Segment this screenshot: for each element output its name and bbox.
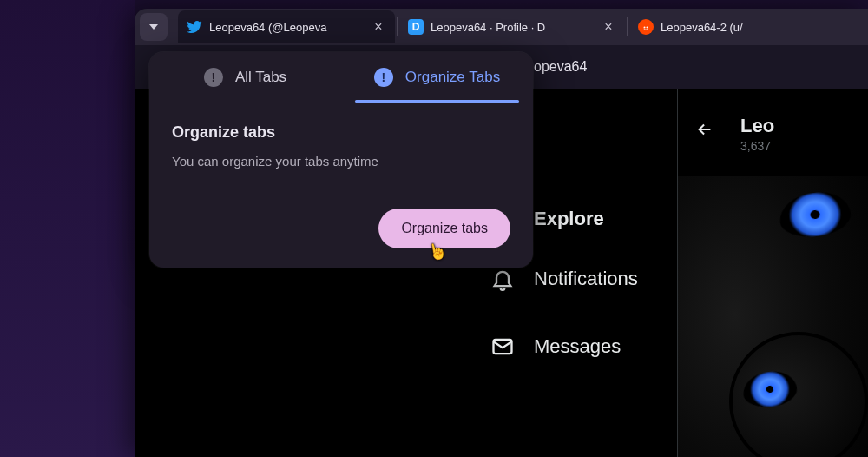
panel-tabs: ! All Tabs ! Organize Tabs bbox=[149, 52, 533, 103]
reddit-icon bbox=[638, 19, 654, 35]
tab-strip: Leopeva64 (@Leopeva × D Leopeva64 · Prof… bbox=[135, 9, 868, 45]
browser-tab[interactable]: D Leopeva64 · Profile · D × bbox=[399, 10, 625, 43]
nav-label: Notifications bbox=[534, 268, 638, 290]
avatar-art bbox=[741, 369, 799, 409]
tab-label: All Tabs bbox=[235, 69, 286, 86]
browser-tab[interactable]: Leopeva64-2 (u/ bbox=[629, 10, 803, 43]
profile-post-count: 3,637 bbox=[740, 139, 774, 153]
svg-point-1 bbox=[647, 27, 648, 29]
tab-title: Leopeva64 · Profile · D bbox=[431, 21, 594, 34]
tab-title: Leopeva64-2 (u/ bbox=[661, 21, 794, 34]
tab-separator bbox=[397, 17, 398, 36]
tab-all-tabs[interactable]: ! All Tabs bbox=[149, 52, 341, 103]
profile-name: Leo bbox=[740, 115, 774, 137]
tab-search-panel: ! All Tabs ! Organize Tabs Organize tabs… bbox=[149, 52, 533, 268]
banner-art bbox=[778, 189, 853, 240]
panel-heading: Organize tabs bbox=[172, 123, 510, 142]
url-fragment: opeva64 bbox=[534, 59, 587, 75]
info-icon: ! bbox=[374, 68, 393, 87]
tab-title: Leopeva64 (@Leopeva bbox=[209, 21, 364, 34]
browser-tab[interactable]: Leopeva64 (@Leopeva × bbox=[178, 10, 395, 43]
tab-organize-tabs[interactable]: ! Organize Tabs bbox=[341, 52, 533, 103]
tab-search-button[interactable] bbox=[140, 13, 168, 41]
tab-label: Organize Tabs bbox=[405, 69, 500, 86]
twitter-icon bbox=[187, 19, 202, 35]
svg-point-0 bbox=[644, 27, 646, 29]
info-icon: ! bbox=[204, 68, 223, 87]
profile-header: Leo 3,637 bbox=[678, 115, 868, 153]
nav-messages[interactable]: Messages bbox=[490, 313, 677, 381]
close-icon[interactable]: × bbox=[371, 19, 386, 35]
nav-label: Explore bbox=[534, 208, 604, 230]
organize-tabs-button[interactable]: Organize tabs bbox=[378, 209, 510, 248]
chevron-down-icon bbox=[149, 24, 158, 30]
envelope-icon bbox=[490, 334, 515, 359]
bell-icon bbox=[490, 267, 515, 291]
close-icon[interactable]: × bbox=[601, 19, 616, 35]
profile-column: Leo 3,637 bbox=[677, 89, 868, 457]
nav-label: Messages bbox=[534, 335, 621, 358]
disqus-icon: D bbox=[408, 19, 424, 35]
tab-separator bbox=[627, 17, 628, 36]
back-arrow-icon[interactable] bbox=[695, 120, 714, 139]
panel-description: You can organize your tabs anytime bbox=[172, 152, 510, 170]
